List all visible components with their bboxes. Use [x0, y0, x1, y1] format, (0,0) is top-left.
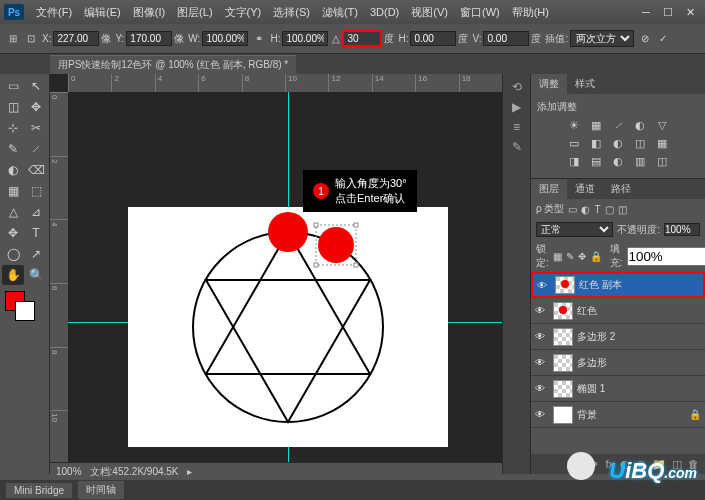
visibility-icon[interactable]: 👁 [535, 331, 549, 342]
maximize-button[interactable]: ☐ [657, 6, 679, 19]
layer-row[interactable]: 👁 背景 🔒 [531, 402, 705, 428]
filter-shape-icon[interactable]: ▢ [605, 204, 614, 215]
dock-icon-properties[interactable]: ≡ [513, 120, 520, 134]
lock-pixel-icon[interactable]: ✎ [566, 251, 574, 262]
tab-layers[interactable]: 图层 [531, 179, 567, 199]
color-swatches[interactable] [2, 291, 47, 325]
filter-pixel-icon[interactable]: ▭ [568, 204, 577, 215]
lock-trans-icon[interactable]: ▦ [553, 251, 562, 262]
menu-type[interactable]: 文字(Y) [219, 5, 268, 20]
layer-name[interactable]: 红色 [577, 304, 597, 318]
w-input[interactable] [202, 31, 248, 46]
skew-v-input[interactable] [483, 31, 529, 46]
adj-threshold-icon[interactable]: ◐ [610, 154, 626, 168]
menu-layer[interactable]: 图层(L) [171, 5, 218, 20]
skew-h-input[interactable] [410, 31, 456, 46]
adj-mixer-icon[interactable]: ◫ [632, 136, 648, 150]
tool-dodge[interactable]: △ [2, 202, 24, 222]
tool-gradient[interactable]: ▦ [2, 181, 24, 201]
cancel-transform-icon[interactable]: ⊘ [638, 32, 652, 46]
tool-select[interactable]: ↖ [25, 76, 47, 96]
fill-input[interactable] [627, 247, 705, 266]
x-input[interactable] [53, 31, 99, 46]
tab-channels[interactable]: 通道 [567, 179, 603, 199]
adj-bw-icon[interactable]: ◧ [588, 136, 604, 150]
layer-row[interactable]: 👁 红色 [531, 298, 705, 324]
tool-slice[interactable]: ✂ [25, 118, 47, 138]
tool-marquee[interactable]: ◫ [2, 97, 24, 117]
visibility-icon[interactable]: 👁 [535, 383, 549, 394]
tab-timeline[interactable]: 时间轴 [78, 481, 124, 499]
adj-photo-icon[interactable]: ◐ [610, 136, 626, 150]
visibility-icon[interactable]: 👁 [535, 305, 549, 316]
menu-help[interactable]: 帮助(H) [506, 5, 555, 20]
visibility-icon[interactable]: 👁 [535, 357, 549, 368]
tool-brush[interactable]: ◐ [2, 160, 24, 180]
layer-name[interactable]: 椭圆 1 [577, 382, 605, 396]
tab-minibridge[interactable]: Mini Bridge [6, 483, 72, 498]
menu-image[interactable]: 图像(I) [127, 5, 171, 20]
visibility-icon[interactable]: 👁 [537, 280, 551, 291]
adj-lookup-icon[interactable]: ▦ [654, 136, 670, 150]
tool-hand[interactable]: ✋ [2, 265, 24, 285]
adj-hue-icon[interactable]: ▭ [566, 136, 582, 150]
commit-transform-icon[interactable]: ✓ [656, 32, 670, 46]
adj-poster-icon[interactable]: ▤ [588, 154, 604, 168]
tool-crop[interactable]: ⊹ [2, 118, 24, 138]
adj-invert-icon[interactable]: ◨ [566, 154, 582, 168]
transform-ref-icon[interactable]: ⊞ [6, 32, 20, 46]
tool-shape[interactable]: ◯ [2, 244, 24, 264]
adj-selective-icon[interactable]: ◫ [654, 154, 670, 168]
dock-icon-actions[interactable]: ▶ [512, 100, 521, 114]
ruler-vertical[interactable]: 0246810 [50, 92, 68, 474]
close-button[interactable]: ✕ [679, 6, 701, 19]
layer-row[interactable]: 👁 多边形 [531, 350, 705, 376]
adj-gradient-icon[interactable]: ▥ [632, 154, 648, 168]
menu-window[interactable]: 窗口(W) [454, 5, 506, 20]
layer-name[interactable]: 背景 [577, 408, 597, 422]
tool-zoom[interactable]: 🔍 [25, 265, 47, 285]
menu-select[interactable]: 选择(S) [267, 5, 316, 20]
menu-view[interactable]: 视图(V) [405, 5, 454, 20]
document-tab[interactable]: 用PS快速绘制12色环 @ 100% (红色 副本, RGB/8) * [50, 55, 296, 74]
filter-smart-icon[interactable]: ◫ [618, 204, 627, 215]
tool-eyedropper[interactable]: ✎ [2, 139, 24, 159]
menu-edit[interactable]: 编辑(E) [78, 5, 127, 20]
menu-file[interactable]: 文件(F) [30, 5, 78, 20]
tool-direct[interactable]: ↗ [25, 244, 47, 264]
tab-paths[interactable]: 路径 [603, 179, 639, 199]
background-swatch[interactable] [15, 301, 35, 321]
artboard[interactable] [128, 207, 448, 447]
opacity-input[interactable] [664, 223, 700, 236]
blend-mode-select[interactable]: 正常 [536, 222, 613, 237]
tab-styles[interactable]: 样式 [567, 74, 603, 94]
tab-adjustments[interactable]: 调整 [531, 74, 567, 94]
interp-select[interactable]: 两次立方 [570, 30, 634, 47]
menu-filter[interactable]: 滤镜(T) [316, 5, 364, 20]
filter-adjust-icon[interactable]: ◐ [581, 204, 590, 215]
tool-move[interactable]: ▭ [2, 76, 24, 96]
adj-curves-icon[interactable]: ⟋ [610, 118, 626, 132]
angle-input[interactable] [342, 30, 382, 47]
h-input[interactable] [282, 31, 328, 46]
chevron-right-icon[interactable]: ▸ [187, 466, 192, 477]
adj-vibrance-icon[interactable]: ▽ [654, 118, 670, 132]
tool-type[interactable]: T [25, 223, 47, 243]
tool-heal[interactable]: ⟋ [25, 139, 47, 159]
menu-3d[interactable]: 3D(D) [364, 6, 405, 18]
doc-info[interactable]: 文档:452.2K/904.5K [90, 465, 179, 479]
layer-name[interactable]: 多边形 2 [577, 330, 615, 344]
adj-brightness-icon[interactable]: ☀ [566, 118, 582, 132]
dock-icon-brushes[interactable]: ✎ [512, 140, 522, 154]
layer-row[interactable]: 👁 红色 副本 [531, 272, 705, 298]
y-input[interactable] [126, 31, 172, 46]
visibility-icon[interactable]: 👁 [535, 409, 549, 420]
tool-eraser[interactable]: ⌫ [25, 160, 47, 180]
zoom-level[interactable]: 100% [56, 466, 82, 477]
adj-exposure-icon[interactable]: ◐ [632, 118, 648, 132]
filter-type-icon[interactable]: T [594, 204, 600, 215]
ref-point-icon[interactable]: ⊡ [24, 32, 38, 46]
layer-name[interactable]: 多边形 [577, 356, 607, 370]
ruler-horizontal[interactable]: 024681012141618 [68, 74, 502, 92]
tool-path[interactable]: ✥ [2, 223, 24, 243]
